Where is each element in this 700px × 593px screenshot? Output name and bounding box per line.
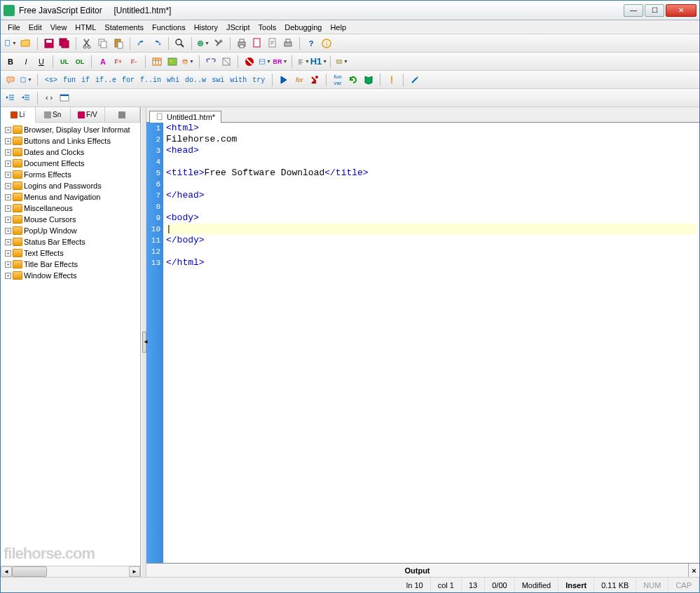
snippet-s[interactable]: <s> bbox=[42, 76, 60, 84]
code-line[interactable]: <title>Free Software Download</title> bbox=[166, 168, 696, 179]
font-minus-button[interactable]: F- bbox=[127, 55, 141, 69]
code-line[interactable] bbox=[166, 156, 696, 168]
menu-tools[interactable]: Tools bbox=[254, 22, 281, 33]
tree-item[interactable]: +Buttons and Links Effects bbox=[2, 135, 139, 146]
code-line[interactable] bbox=[166, 201, 696, 212]
ul-button[interactable]: UL bbox=[57, 55, 71, 69]
menu-history[interactable]: History bbox=[190, 22, 222, 33]
expand-icon[interactable]: + bbox=[5, 217, 11, 223]
expand-icon[interactable]: + bbox=[5, 261, 11, 268]
open-file-button[interactable] bbox=[19, 36, 33, 50]
tree-view[interactable]: +Browser, Display User Informat+Buttons … bbox=[1, 123, 140, 566]
form-button[interactable]: ▼ bbox=[335, 55, 349, 69]
snippet-for[interactable]: for bbox=[119, 76, 137, 84]
output-close-button[interactable]: × bbox=[688, 564, 699, 577]
info-button[interactable]: i bbox=[320, 36, 334, 50]
tree-item[interactable]: +Forms Effects bbox=[2, 169, 139, 180]
menu-html[interactable]: HTML bbox=[71, 22, 100, 33]
book-icon[interactable] bbox=[362, 73, 376, 87]
new-file-button[interactable]: ▼ bbox=[4, 36, 18, 50]
doc1-icon[interactable] bbox=[250, 36, 264, 50]
tree-item[interactable]: +Title Bar Effects bbox=[2, 259, 139, 270]
tree-item[interactable]: +Text Effects bbox=[2, 247, 139, 259]
copy-button[interactable] bbox=[96, 36, 110, 50]
expand-icon[interactable]: + bbox=[5, 138, 11, 144]
menu-view[interactable]: View bbox=[46, 22, 71, 33]
splitter-grip[interactable]: ◄ bbox=[142, 332, 146, 353]
tools-button[interactable] bbox=[212, 36, 226, 50]
tree-item[interactable]: +Browser, Display User Informat bbox=[2, 124, 139, 135]
snippet-with[interactable]: with bbox=[227, 76, 249, 84]
redo-button[interactable] bbox=[150, 36, 164, 50]
snippet-fin[interactable]: f..in bbox=[137, 76, 164, 84]
stop-icon[interactable] bbox=[242, 55, 256, 69]
tree-item[interactable]: +Menus and Navigation bbox=[2, 191, 139, 203]
expand-icon[interactable]: + bbox=[5, 273, 11, 279]
code-line[interactable]: </body> bbox=[166, 235, 696, 246]
indent-button[interactable] bbox=[4, 91, 18, 105]
close-button[interactable]: ✕ bbox=[666, 4, 696, 17]
menu-help[interactable]: Help bbox=[326, 22, 350, 33]
var-icon[interactable]: funvar bbox=[331, 73, 345, 87]
tree-item[interactable]: +Miscellaneous bbox=[2, 203, 139, 214]
menu-statements[interactable]: Statements bbox=[100, 22, 148, 33]
font-color-button[interactable]: A bbox=[96, 55, 110, 69]
menu-file[interactable]: File bbox=[4, 22, 25, 33]
snippet-ife[interactable]: if..e bbox=[92, 76, 119, 84]
code-content[interactable]: <html>Filehorse.com<head><title>Free Sof… bbox=[163, 123, 699, 563]
align-button[interactable]: ▼ bbox=[296, 55, 310, 69]
sidebar-tab-li[interactable]: Li bbox=[1, 107, 36, 123]
sidebar-tab-db[interactable] bbox=[105, 107, 140, 122]
tree-item[interactable]: +Status Bar Effects bbox=[2, 236, 139, 247]
snippet-swi[interactable]: swi bbox=[209, 76, 227, 84]
save-button[interactable] bbox=[42, 36, 56, 50]
menu-functions[interactable]: Functions bbox=[148, 22, 190, 33]
snippet-whi[interactable]: whi bbox=[164, 76, 182, 84]
anchor-button[interactable] bbox=[219, 55, 233, 69]
palette-button[interactable]: ▼ bbox=[181, 55, 195, 69]
cut-button[interactable] bbox=[81, 36, 95, 50]
scroll-right-button[interactable]: ► bbox=[129, 566, 140, 577]
refresh-icon[interactable] bbox=[346, 73, 360, 87]
sidebar-tab-sn[interactable]: Sn bbox=[36, 107, 71, 122]
tree-item[interactable]: +PopUp Window bbox=[2, 225, 139, 236]
expand-icon[interactable]: + bbox=[5, 161, 11, 167]
code-line[interactable]: <html> bbox=[166, 123, 696, 134]
expand-icon[interactable]: + bbox=[5, 228, 11, 234]
tree-item[interactable]: +Mouse Cursors bbox=[2, 214, 139, 225]
code-line[interactable] bbox=[166, 179, 696, 190]
code-line[interactable] bbox=[166, 246, 696, 257]
expand-icon[interactable]: + bbox=[5, 172, 11, 178]
undo-button[interactable] bbox=[135, 36, 149, 50]
expand-icon[interactable]: + bbox=[5, 149, 11, 156]
tree-item[interactable]: +Document Effects bbox=[2, 158, 139, 169]
alert-icon[interactable]: ! bbox=[385, 73, 399, 87]
preview-icon[interactable] bbox=[57, 91, 71, 105]
tree-item[interactable]: +Dates and Clocks bbox=[2, 146, 139, 158]
paste-button[interactable] bbox=[111, 36, 125, 50]
snippet-if[interactable]: if bbox=[78, 76, 92, 84]
maximize-button[interactable]: ☐ bbox=[645, 4, 664, 17]
print-button[interactable] bbox=[235, 36, 249, 50]
bold-button[interactable]: B bbox=[4, 55, 18, 69]
code-line[interactable]: </html> bbox=[166, 257, 696, 268]
code-editor[interactable]: 12345678910111213 <html>Filehorse.com<he… bbox=[146, 123, 699, 563]
splitter[interactable]: ◄ bbox=[141, 107, 146, 577]
wand-icon[interactable] bbox=[408, 73, 422, 87]
code-line[interactable]: | bbox=[166, 224, 696, 235]
snippet-fun[interactable]: fun bbox=[60, 76, 78, 84]
debug-stop-button[interactable] bbox=[308, 73, 322, 87]
ol-button[interactable]: OL bbox=[73, 55, 87, 69]
debug-fox-icon[interactable]: for bbox=[292, 73, 306, 87]
expand-icon[interactable]: + bbox=[5, 194, 11, 200]
break-button[interactable]: BR▼ bbox=[273, 55, 287, 69]
sidebar-tab-fv[interactable]: F/V bbox=[71, 107, 106, 122]
image-button[interactable] bbox=[165, 55, 179, 69]
menu-edit[interactable]: Edit bbox=[25, 22, 46, 33]
find-button[interactable] bbox=[173, 36, 187, 50]
code-line[interactable]: Filehorse.com bbox=[166, 134, 696, 145]
underline-button[interactable]: U bbox=[34, 55, 48, 69]
expand-icon[interactable]: + bbox=[5, 250, 11, 257]
doc2-icon[interactable] bbox=[266, 36, 280, 50]
expand-icon[interactable]: + bbox=[5, 183, 11, 189]
